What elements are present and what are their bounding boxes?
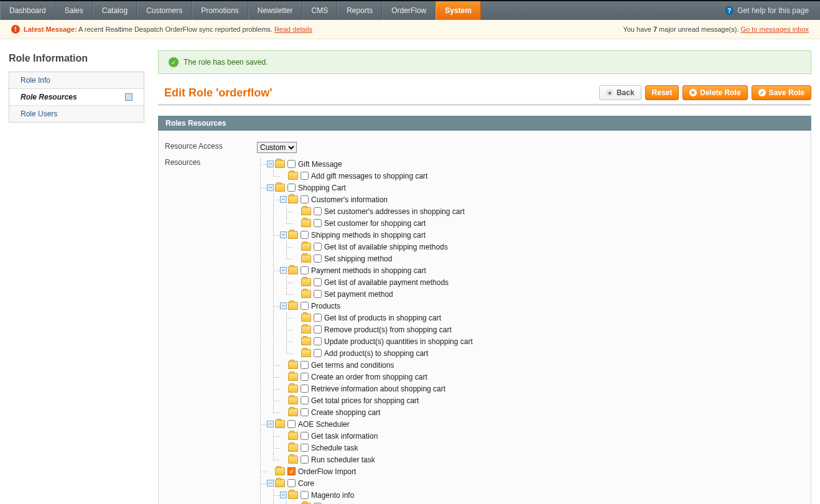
tree-node: Get list of available shipping methods [257, 241, 480, 253]
tree-node: −Gift Message [257, 158, 480, 170]
check-icon: ✓ [169, 57, 179, 67]
tree-checkbox[interactable] [301, 432, 309, 440]
page-title: Edit Role 'orderflow' [158, 86, 273, 100]
help-link[interactable]: ?Get help for this page [714, 1, 820, 20]
tree-node: Retrieve information about shopping cart [257, 383, 480, 394]
folder-icon [301, 243, 311, 251]
folder-icon [288, 195, 298, 203]
sidebar-tab-role-users[interactable]: Role Users [9, 106, 144, 122]
nav-sales[interactable]: Sales [55, 1, 93, 20]
latest-text: A recent Realtime Despatch OrderFlow syn… [77, 26, 274, 33]
inbox-link[interactable]: Go to messages inbox [741, 26, 809, 33]
tree-checkbox[interactable] [314, 278, 322, 286]
tree-node: Get list of available payment methods [257, 276, 480, 288]
tree-label: Products [311, 302, 340, 310]
tree-node: Create an order from shopping cart [257, 371, 480, 383]
tree-checkbox[interactable] [287, 420, 296, 428]
changed-icon [125, 93, 133, 101]
tree-checkbox[interactable] [314, 337, 322, 345]
tree-toggle-icon[interactable]: − [267, 184, 274, 191]
sidebar-tab-role-info[interactable]: Role Info [9, 72, 144, 89]
tree-label: Magento info [311, 491, 354, 500]
tree-checkbox[interactable] [314, 290, 322, 298]
tree-checkbox[interactable] [301, 361, 309, 369]
tree-label: Update product(s) quantities in shopping… [324, 337, 473, 346]
folder-icon [288, 444, 298, 452]
tree-checkbox[interactable] [301, 385, 309, 393]
sidebar-tab-role-resources[interactable]: Role Resources [9, 89, 144, 106]
back-icon: ◂ [606, 89, 613, 96]
tree-toggle-icon[interactable]: − [267, 421, 274, 427]
tree-label: Retrieve information about shopping cart [311, 385, 445, 393]
tree-checkbox[interactable] [314, 349, 322, 357]
reset-button[interactable]: Reset [645, 85, 679, 100]
tree-checkbox[interactable] [301, 373, 309, 381]
nav-catalog[interactable]: Catalog [93, 1, 137, 20]
tree-checkbox[interactable] [287, 479, 296, 487]
resource-access-select[interactable]: Custom [257, 142, 297, 153]
tree-checkbox[interactable] [287, 160, 296, 168]
nav-newsletter[interactable]: Newsletter [248, 1, 302, 20]
tree-checkbox[interactable] [314, 254, 322, 263]
tree-label: Set customer's addresses in shopping car… [324, 207, 465, 216]
tree-node: −Products [257, 300, 480, 312]
tree-node: Add product(s) to shopping cart [257, 347, 480, 359]
delete-role-button[interactable]: ✕Delete Role [683, 85, 747, 100]
tree-checkbox[interactable] [314, 207, 322, 215]
tree-checkbox[interactable] [301, 455, 309, 464]
tree-checkbox[interactable] [287, 184, 296, 192]
tree-checkbox[interactable] [301, 231, 309, 239]
nav-orderflow[interactable]: OrderFlow [382, 1, 436, 20]
tree-label: Customer's information [311, 195, 388, 204]
tree-checkbox[interactable] [301, 195, 309, 203]
nav-dashboard[interactable]: Dashboard [0, 1, 55, 20]
folder-icon [301, 349, 311, 357]
tree-toggle-icon[interactable]: − [280, 492, 287, 498]
tree-checkbox[interactable] [314, 243, 322, 251]
message-bar: ! Latest Message: A recent Realtime Desp… [0, 20, 820, 39]
tree-toggle-icon[interactable]: − [267, 161, 274, 167]
tree-label: Remove product(s) from shopping cart [324, 325, 452, 334]
tree-checkbox[interactable] [301, 302, 309, 310]
tree-checkbox[interactable] [314, 219, 322, 227]
tree-node: −Core [257, 477, 480, 489]
tree-node: Update product(s) quantities in shopping… [257, 335, 480, 347]
read-details-link[interactable]: Read details [274, 26, 312, 33]
save-role-button[interactable]: ✓Save Role [752, 85, 811, 100]
folder-icon [301, 337, 311, 345]
help-icon: ? [725, 6, 734, 15]
nav-promotions[interactable]: Promotions [192, 1, 248, 20]
tree-label: Create an order from shopping cart [311, 373, 427, 381]
tree-checkbox[interactable] [301, 172, 309, 180]
tree-checkbox[interactable] [314, 314, 322, 322]
tree-toggle-icon[interactable]: − [280, 231, 287, 238]
tree-node: Remove product(s) from shopping cart [257, 324, 480, 335]
tree-checkbox[interactable] [314, 325, 322, 334]
back-button[interactable]: ◂Back [599, 85, 641, 100]
tree-node: −Shopping Cart [257, 182, 480, 194]
nav-customers[interactable]: Customers [137, 1, 192, 20]
nav-system[interactable]: System [436, 1, 481, 20]
nav-reports[interactable]: Reports [337, 1, 382, 20]
sidebar-tabs: Role InfoRole ResourcesRole Users [9, 72, 144, 123]
tree-toggle-icon[interactable]: − [280, 196, 287, 203]
tree-node: ✓OrderFlow Import [257, 465, 480, 477]
tree-label: Add product(s) to shopping cart [324, 349, 428, 358]
warning-icon: ! [11, 25, 20, 34]
tree-toggle-icon[interactable]: − [280, 267, 287, 274]
tree-label: Set customer for shopping cart [324, 219, 426, 228]
tree-label: Set payment method [324, 290, 393, 299]
folder-icon [288, 491, 298, 499]
tree-toggle-icon[interactable]: − [280, 302, 287, 309]
tree-checkbox[interactable] [301, 408, 309, 416]
tree-toggle-icon[interactable]: − [267, 480, 274, 487]
inbox-info: You have 7 major unread message(s). Go t… [623, 26, 809, 33]
tree-checkbox[interactable] [301, 444, 309, 452]
folder-icon [288, 396, 298, 404]
nav-cms[interactable]: CMS [302, 1, 338, 20]
tree-label: AOE Scheduler [298, 420, 350, 429]
tree-checkbox[interactable] [301, 491, 309, 499]
tree-checkbox[interactable] [301, 266, 309, 274]
tree-checkbox[interactable]: ✓ [287, 467, 296, 475]
tree-checkbox[interactable] [301, 396, 309, 404]
